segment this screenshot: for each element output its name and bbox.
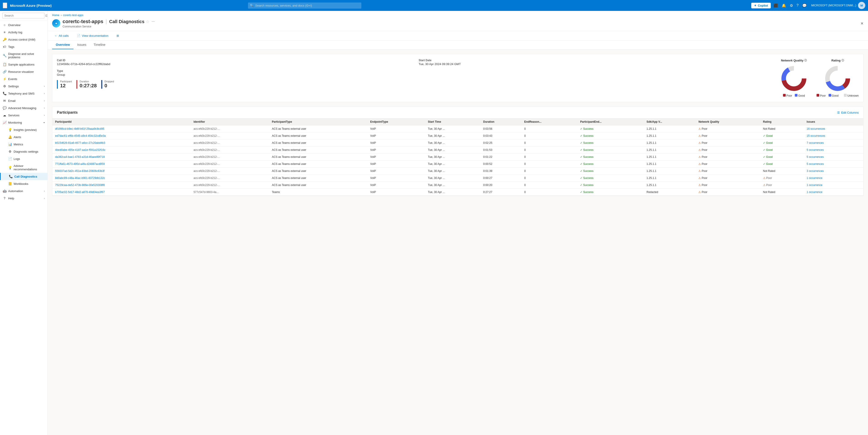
tab-overview[interactable]: Overview [52,40,73,49]
resource-icon [52,19,60,27]
cell-participant-id[interactable]: 8d0abc89-c48a-46ac-b901-83729db132c [52,175,191,182]
help-chevron-icon: › [44,197,45,200]
cell-participant-id[interactable]: b705ac02-5d17-48d2-a870-49d04ea3f67 [52,189,191,196]
edit-columns-button[interactable]: ☰ Edit Columns [837,111,859,114]
columns-button[interactable]: ⊞ [114,33,121,38]
cell-sdk-version: 1.25.1.1 [644,153,696,161]
sidebar-item-logs[interactable]: 📄 Logs [0,155,48,163]
cell-participant-type: ACS as Teams external user [269,125,368,133]
breadcrumb-resource[interactable]: corertc-test-apps [63,13,84,17]
sidebar-item-settings[interactable]: ⚙ Settings › [0,83,48,90]
activity-log-icon: ≡ [3,30,6,34]
sidebar-item-email[interactable]: ✉ Email › [0,97,48,104]
sidebar-item-telephony[interactable]: 📞 Telephony and SMS › [0,90,48,97]
cell-issues[interactable]: 5 occurrences [804,153,863,161]
sidebar-item-workbooks[interactable]: 📒 Workbooks [0,180,48,187]
filter-icon: ⊡ [45,14,48,17]
cell-participant-type: ACS as Teams external user [269,175,368,182]
all-calls-button[interactable]: ← All calls [52,33,71,38]
resource-name: corertc-test-apps [63,19,103,25]
cell-participant-id[interactable]: ed7dac61-ef6b-4545-a9c4-454c32cd5e3a [52,133,191,140]
telephony-icon: 📞 [3,92,6,95]
participants-table-wrap: ParticipantId Identifier ParticipantType… [52,118,863,196]
feedback-button[interactable]: 💬 [801,2,808,9]
cell-participant-id[interactable]: 771ffa61-4673-495d-a4fa-d24887acd959 [52,161,191,168]
cell-issues[interactable]: 15 occurrences [804,133,863,140]
tab-timeline[interactable]: Timeline [90,40,109,49]
sidebar-item-diagnose[interactable]: 🔧 Diagnose and solve problems [0,50,48,61]
sidebar-item-diagnostic-settings[interactable]: ⚙ Diagnostic settings [0,148,48,155]
rating-info-icon[interactable]: ⓘ [841,59,844,62]
tab-issues[interactable]: Issues [73,40,90,49]
cell-end-reason: 0 [521,153,578,161]
network-quality-info-icon[interactable]: ⓘ [804,59,807,62]
sidebar-item-events[interactable]: ⚡ Events [0,75,48,83]
topbar: ☰ Microsoft Azure (Preview) 🔍 ✦ Copilot … [0,0,868,11]
favorite-star-icon[interactable]: ☆ [146,19,149,24]
sidebar-item-services[interactable]: ☁ Services › [0,112,48,119]
cell-identifier: 577c547d-9803-4a... [191,189,269,196]
sidebar-item-alerts[interactable]: 🔔 Alerts [0,133,48,141]
cell-issues[interactable]: 7 occurrences [804,140,863,146]
cell-sdk-version: 1.25.1.1 [644,175,696,182]
copilot-button[interactable]: ✦ Copilot [751,3,771,8]
sidebar-item-insights[interactable]: 💡 Insights (preview) [0,126,48,133]
sidebar-item-help[interactable]: ? Help › [0,195,48,202]
table-header-row: ParticipantId Identifier ParticipantType… [52,118,863,125]
advisor-icon: 💡 [8,166,12,169]
sidebar-item-advisor[interactable]: 💡 Advisor recommendations [0,163,48,173]
table-row: da382ca4-bae1-4783-a31d-46aee89f718 acs:… [52,153,863,161]
cell-participant-type: Teams [269,189,368,196]
sidebar-item-metrics[interactable]: 📊 Metrics [0,141,48,148]
sidebar-search-input[interactable] [2,13,44,18]
cell-participant-id[interactable]: df1996cd-b9ec-4b6f-b61f-29aaa9c8cd95 [52,125,191,133]
cell-participant-end: ✓ Success [578,153,644,161]
cell-issues[interactable]: 1 occurrence [804,182,863,189]
col-network-quality: Network Quality [696,118,760,125]
sidebar-item-sample-apps[interactable]: 📋 Sample applications [0,61,48,68]
cell-rating: ✓ Good [760,153,804,161]
sidebar-item-call-diagnostics[interactable]: 📞 Call Diagnostics [0,173,48,180]
cell-participant-id[interactable]: 556037ad-5d2c-451e-83bd-20606c63b3f [52,168,191,175]
breadcrumb-home[interactable]: Home [52,13,59,17]
cell-participant-end: ✓ Success [578,140,644,146]
global-search-input[interactable] [248,2,361,9]
cell-participant-id[interactable]: 75229caa-de52-473b-986e-00e520308f8 [52,182,191,189]
close-button[interactable]: ✕ [861,21,864,26]
sidebar-item-activity-log[interactable]: ≡ Activity log [0,29,48,36]
cell-sdk-version: 1.25.1.1 [644,168,696,175]
cell-participant-id[interactable]: da382ca4-bae1-4783-a31d-46aee89f718 [52,153,191,161]
sidebar-item-resource-visualizer[interactable]: 🔗 Resource visualizer [0,68,48,75]
col-identifier: Identifier [191,118,269,125]
cell-issues[interactable]: 1 occurrence [804,189,863,196]
cell-issues[interactable]: 3 occurrences [804,168,863,175]
cell-participant-id[interactable]: b5154626-81a6-4677-a6cc-27c20abd4b3 [52,140,191,146]
sidebar-item-tags[interactable]: 🏷 Tags [0,43,48,50]
workbooks-icon: 📒 [8,182,12,185]
columns-icon: ⊞ [117,34,119,37]
cell-issues[interactable]: 5 occurrences [804,161,863,168]
hamburger-menu-button[interactable]: ☰ [3,2,7,8]
sidebar-item-monitoring[interactable]: 📈 Monitoring ▾ [0,119,48,126]
global-search-icon: 🔍 [250,4,254,7]
cell-network-quality: ⚠ Poor [696,140,760,146]
sidebar-item-access-control[interactable]: 🔑 Access control (IAM) [0,36,48,43]
sidebar-item-advanced-messaging[interactable]: 💬 Advanced Messaging › [0,104,48,112]
cell-rating: ✓ Good [760,133,804,140]
notifications-button[interactable]: 🔔 [781,2,787,9]
settings-button[interactable]: ⚙ [789,2,794,9]
avatar[interactable]: M [858,2,865,9]
help-button[interactable]: ? [796,2,800,8]
cell-issues[interactable]: 16 occurrences [804,125,863,133]
sidebar-item-overview[interactable]: ○ Overview [0,21,48,29]
stat-dropped: Dropped 0 [101,80,114,89]
portal-button[interactable]: ⬛ [773,2,779,9]
view-documentation-button[interactable]: 📄 View documentation [74,33,111,38]
doc-icon: 📄 [77,34,81,37]
more-options-icon[interactable]: ··· [152,20,155,24]
cell-issues[interactable]: 1 occurrence [804,175,863,182]
sidebar-item-automation[interactable]: 🤖 Automation › [0,187,48,195]
cell-participant-id[interactable]: 4bed0abe-455e-4187-aa1e-f591a152f16c [52,146,191,153]
toolbar: ← All calls 📄 View documentation ⊞ [48,31,868,40]
cell-issues[interactable]: 5 occurrences [804,146,863,153]
